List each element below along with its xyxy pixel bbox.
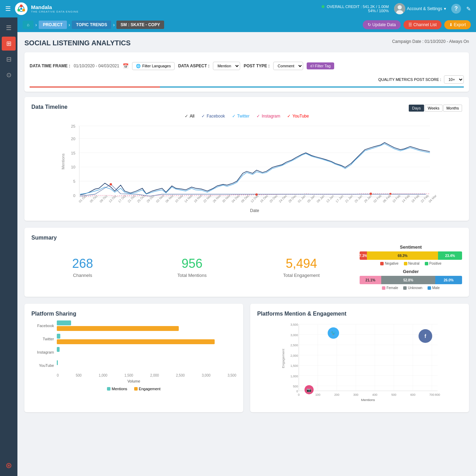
legend-all-label: All	[190, 114, 194, 119]
top-navbar: ☰ Mandala THE CREATIVE DATA ENGINE OVERA…	[0, 0, 476, 17]
svg-text:5: 5	[73, 179, 75, 183]
facebook-bar-row: Facebook	[31, 320, 236, 331]
channel-list-button[interactable]: ☰ Channel List	[404, 20, 442, 29]
channels-stat: 268 Channels	[31, 256, 134, 278]
legend-twitter-label: Twitter	[237, 114, 249, 119]
youtube-bar-row: YouTube	[31, 360, 236, 371]
instagram-bar-row: Instagram	[31, 347, 236, 357]
help-icon[interactable]: ?	[451, 4, 461, 14]
female-label: Female	[386, 286, 398, 290]
svg-text:Date: Date	[250, 208, 259, 213]
check-twitter: ✓	[232, 114, 236, 119]
svg-text:09 Jan: 09 Jan	[316, 194, 325, 203]
sidebar-item-dashboard[interactable]: ⊞	[2, 37, 16, 51]
months-button[interactable]: Months	[443, 105, 462, 112]
hamburger-menu[interactable]: ☰	[5, 5, 11, 13]
calendar-icon[interactable]: 📅	[123, 63, 129, 69]
engagement-label: Total Engagement	[250, 273, 353, 278]
svg-text:20: 20	[71, 137, 76, 141]
sidebar-item-grid[interactable]: ⊟	[2, 52, 16, 66]
days-button[interactable]: Days	[409, 105, 424, 112]
mention-legend-item: Mentions	[107, 387, 127, 391]
facebook-bar-label: Facebook	[31, 324, 54, 328]
sidebar-item-user[interactable]: ⊛	[2, 459, 16, 473]
sidebar-item-chart[interactable]: ⊙	[2, 68, 16, 82]
svg-text:10: 10	[71, 165, 76, 169]
check-facebook: ✓	[201, 114, 205, 119]
neutral-label: Neutral	[408, 262, 420, 265]
svg-text:600: 600	[410, 393, 415, 396]
export-button[interactable]: ⬇ Export	[444, 20, 471, 29]
filter-languages-button[interactable]: 🌐 Filter Languages	[132, 62, 175, 70]
engagement-count: 5,494	[250, 256, 353, 271]
svg-text:01 Jan: 01 Jan	[297, 194, 306, 203]
svg-text:26 Nov: 26 Nov	[212, 194, 222, 204]
legend-facebook[interactable]: ✓ Facebook	[201, 114, 225, 119]
svg-text:Mentions: Mentions	[61, 153, 65, 169]
platform-sharing-title: Platform Sharing	[31, 311, 236, 317]
weeks-button[interactable]: Weeks	[425, 105, 443, 112]
youtube-bars	[57, 360, 236, 371]
svg-text:06 Nov: 06 Nov	[165, 194, 175, 204]
mentions-count: 956	[141, 256, 243, 271]
positive-segment: 23.4%	[438, 251, 462, 260]
filter-divider	[30, 86, 464, 88]
sidebar-item-menu[interactable]: ☰	[2, 21, 16, 35]
sentiment-bar: 7.3% 69.3% 23.4%	[360, 251, 462, 260]
svg-text:10 Feb: 10 Feb	[392, 194, 401, 203]
edit-icon[interactable]: ✎	[466, 6, 471, 12]
legend-instagram[interactable]: ✓ Instagram	[256, 114, 280, 119]
breadcrumb-topic[interactable]: TOPIC TRENDS	[72, 21, 111, 29]
legend-youtube[interactable]: ✓ YouTube	[287, 114, 309, 119]
update-data-button[interactable]: ↻ Update Data	[363, 20, 401, 29]
unknown-segment: 52.8%	[381, 276, 435, 284]
svg-text:Engagement: Engagement	[281, 349, 285, 368]
check-all: ✓	[185, 114, 188, 119]
quality-select[interactable]: 10+	[444, 75, 464, 84]
timeline-chart-svg: 25 20 15 10 5 0 Mentions	[31, 122, 462, 213]
aspect-select[interactable]: Mention	[213, 62, 240, 70]
svg-text:📷: 📷	[307, 387, 312, 392]
h-bar-axis: 05001,0001,5002,0002,5003,0003,500	[31, 373, 236, 377]
logo-name: Mandala	[31, 4, 78, 10]
summary-title: Summary	[31, 235, 462, 241]
negative-dot	[380, 262, 384, 265]
breadcrumb-current: SM : SKATE - COPY	[116, 21, 164, 29]
legend-instagram-label: Instagram	[262, 114, 280, 119]
male-label: Male	[432, 286, 440, 290]
account-settings-button[interactable]: Account & Settings ▾	[394, 3, 446, 14]
facebook-bars	[57, 320, 236, 331]
svg-text:06 Feb: 06 Feb	[382, 194, 392, 203]
svg-text:22 Feb: 22 Feb	[420, 194, 429, 203]
breadcrumb-project[interactable]: PROJECT	[39, 21, 67, 29]
breadcrumb-arrow-2: ›	[69, 22, 70, 28]
engagement-legend-dot	[134, 387, 138, 391]
female-segment: 21.1%	[360, 276, 381, 284]
neutral-dot	[404, 262, 407, 265]
svg-text:05 Jan: 05 Jan	[307, 194, 316, 203]
svg-text:25: 25	[71, 124, 76, 128]
legend-youtube-label: YouTube	[292, 114, 309, 119]
svg-text:0: 0	[298, 393, 300, 396]
svg-text:04 Mar: 04 Mar	[428, 194, 437, 203]
twitter-mention-bar	[57, 334, 60, 339]
legend-twitter[interactable]: ✓ Twitter	[232, 114, 249, 119]
breadcrumb-home[interactable]: ⌂	[23, 21, 33, 29]
female-legend: Female	[382, 286, 398, 290]
svg-point-5	[20, 8, 22, 10]
horizontal-bar-chart: Facebook Twitter	[31, 320, 236, 371]
logo-area: Mandala THE CREATIVE DATA ENGINE	[14, 2, 78, 16]
chart-controls: Days Weeks Months	[409, 105, 462, 112]
timeline-header: Data Timeline Days Weeks Months	[31, 104, 462, 114]
summary-section: Summary 268 Channels 956 Total Mentions …	[24, 228, 469, 297]
gender-title: Gender	[360, 269, 462, 274]
legend-all[interactable]: ✓ All	[185, 114, 194, 119]
scatter-chart-svg: 3,500 3,000 2,500 2,000 1,500 1,000 500 …	[257, 320, 462, 404]
filter-tag-button[interactable]: 🏷 Filter Tag	[307, 62, 334, 69]
svg-text:14 Feb: 14 Feb	[401, 194, 410, 203]
sentiment-legend: Negative Neutral Positive	[360, 262, 462, 265]
post-type-select[interactable]: Comment	[273, 62, 303, 70]
mentions-stat: 956 Total Mentions	[141, 256, 243, 278]
positive-dot	[425, 262, 428, 265]
svg-point-23	[110, 183, 112, 186]
